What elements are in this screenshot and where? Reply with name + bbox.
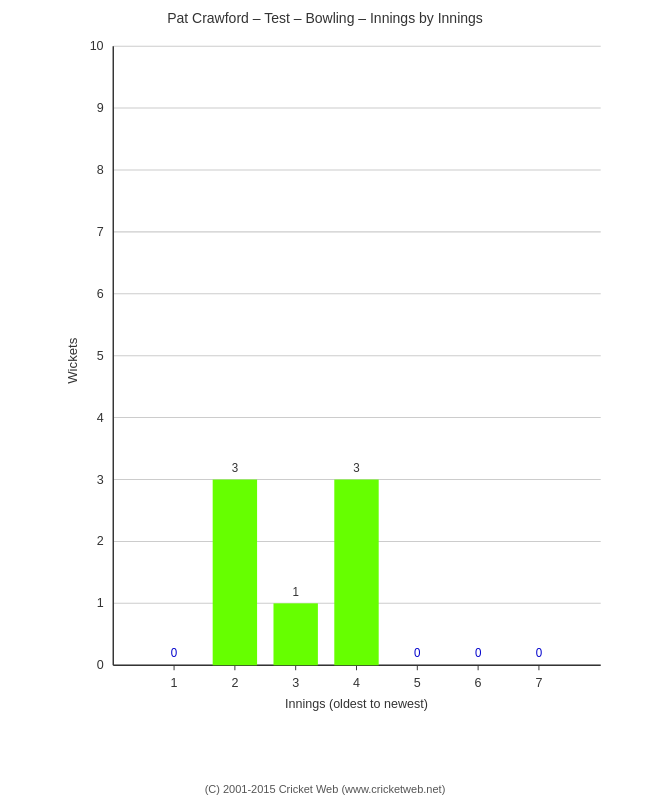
svg-text:2: 2: [97, 533, 104, 548]
svg-text:5: 5: [97, 347, 104, 362]
svg-text:9: 9: [97, 100, 104, 115]
svg-text:6: 6: [97, 286, 104, 301]
svg-text:Wickets: Wickets: [65, 338, 80, 384]
svg-text:0: 0: [171, 646, 178, 660]
svg-text:0: 0: [97, 657, 104, 672]
svg-text:8: 8: [97, 162, 104, 177]
svg-text:3: 3: [97, 471, 104, 486]
svg-text:7: 7: [535, 674, 542, 689]
chart-title: Pat Crawford – Test – Bowling – Innings …: [10, 10, 640, 26]
svg-text:3: 3: [353, 461, 360, 475]
svg-text:6: 6: [475, 674, 482, 689]
svg-text:1: 1: [292, 585, 299, 599]
svg-text:0: 0: [414, 646, 421, 660]
chart-container: Pat Crawford – Test – Bowling – Innings …: [0, 0, 650, 800]
svg-text:0: 0: [536, 646, 543, 660]
svg-text:5: 5: [414, 674, 421, 689]
svg-text:4: 4: [97, 409, 104, 424]
svg-text:7: 7: [97, 224, 104, 239]
bar-3: [273, 603, 317, 665]
svg-text:1: 1: [171, 674, 178, 689]
chart-area: 10 9 8 7 6 5 4 3 2 1 0 Wickets: [65, 36, 620, 716]
bar-2: [213, 480, 257, 666]
footer-text: (C) 2001-2015 Cricket Web (www.cricketwe…: [0, 783, 650, 795]
svg-text:1: 1: [97, 595, 104, 610]
svg-text:10: 10: [90, 38, 104, 53]
svg-text:Innings (oldest to newest): Innings (oldest to newest): [285, 696, 428, 711]
bar-4: [334, 480, 378, 666]
svg-text:4: 4: [353, 674, 360, 689]
svg-text:3: 3: [232, 461, 239, 475]
svg-text:3: 3: [292, 674, 299, 689]
main-chart-svg: 10 9 8 7 6 5 4 3 2 1 0 Wickets: [65, 36, 620, 716]
svg-text:2: 2: [231, 674, 238, 689]
svg-text:0: 0: [475, 646, 482, 660]
